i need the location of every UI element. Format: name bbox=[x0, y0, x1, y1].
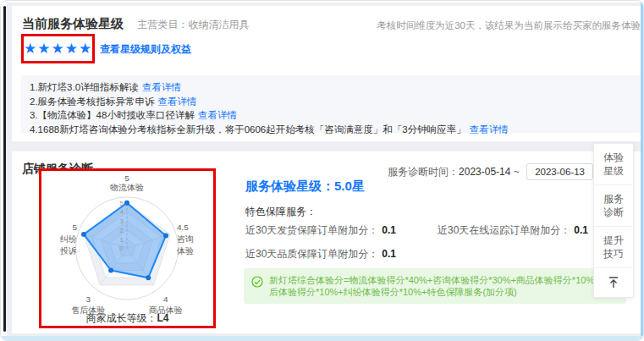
main-category-label: 主营类目：收纳清洁用具 bbox=[137, 18, 249, 32]
notice-text: 3.【物流体验】48小时揽收率口径详解 bbox=[30, 110, 195, 120]
notice-item: 1.新灯塔3.0详细指标解读查看详情 bbox=[30, 80, 634, 95]
metric-shipping-bonus: 近30天发货保障订单附加分：0.1 bbox=[245, 223, 438, 238]
notice-text: 4.1688新灯塔咨询体验分考核指标全新升级，将于0606起开始考核「咨询满意度… bbox=[30, 124, 466, 135]
notice-detail-link[interactable]: 查看详情 bbox=[198, 110, 237, 120]
notice-item: 4.1688新灯塔咨询体验分考核指标全新升级，将于0606起开始考核「咨询满意度… bbox=[30, 123, 634, 137]
svg-text:5: 5 bbox=[120, 200, 124, 207]
metric-quality-bonus: 近30天品质保障订单附加分：0.1 bbox=[245, 247, 438, 261]
notice-text: 2.服务体验考核指标异常申诉 bbox=[30, 96, 155, 107]
metric-tracking-bonus: 近30天在线运踪订单附加分：0.1 bbox=[438, 223, 588, 238]
notice-list: 1.新灯塔3.0详细指标解读查看详情 2.服务体验考核指标异常申诉查看详情 3.… bbox=[21, 75, 641, 133]
svg-text:5: 5 bbox=[124, 173, 129, 183]
bonus-metrics: 近30天发货保障订单附加分：0.1 近30天在线运踪订单附加分：0.1 近30天… bbox=[245, 223, 588, 261]
page-background: 当前服务体验星级 主营类目：收纳清洁用具 考核时间维度为近30天，该结果为当前展… bbox=[7, 3, 641, 336]
svg-text:咨询: 咨询 bbox=[177, 234, 194, 244]
sidenav-item-service-diagnosis[interactable]: 服务诊断 bbox=[594, 184, 633, 226]
experience-star-heading: 服务体验星级：5.0星 bbox=[245, 179, 365, 195]
growth-level-value: L4 bbox=[157, 312, 168, 324]
svg-text:4.5: 4.5 bbox=[177, 223, 189, 232]
svg-text:3: 3 bbox=[86, 294, 91, 304]
notice-detail-link[interactable]: 查看详情 bbox=[142, 82, 181, 92]
page-title: 当前服务体验星级 bbox=[22, 16, 124, 32]
diagnosis-date-row: 服务诊断时间：2023-05-14 ~ 2023-06-13 bbox=[388, 163, 593, 180]
svg-text:纠纷: 纠纷 bbox=[60, 234, 77, 244]
notice-detail-link[interactable]: 查看详情 bbox=[158, 96, 197, 107]
svg-text:体验: 体验 bbox=[176, 246, 194, 256]
app-window: 当前服务体验星级 主营类目：收纳清洁用具 考核时间维度为近30天，该结果为当前展… bbox=[0, 0, 644, 341]
date-end-input[interactable]: 2023-06-13 bbox=[526, 163, 593, 180]
left-edge-bar bbox=[3, 6, 6, 332]
svg-text:2: 2 bbox=[120, 227, 124, 234]
service-diagnosis-card: 店铺服务诊断 服务诊断时间：2023-05-14 ~ 2023-06-13 54… bbox=[12, 151, 641, 333]
formula-text: 新灯塔综合体验分=物流体验得分*40%+咨询体验得分*30%+商品体验得分*10… bbox=[269, 274, 618, 298]
star-icon: ★ bbox=[24, 41, 37, 57]
star-icon: ★ bbox=[65, 41, 79, 57]
svg-text:4: 4 bbox=[163, 294, 168, 304]
svg-text:投诉: 投诉 bbox=[60, 246, 77, 256]
notice-item: 3.【物流体验】48小时揽收率口径详解查看详情 bbox=[30, 108, 634, 123]
date-label: 服务诊断时间： bbox=[388, 166, 459, 178]
radar-chart-highlight-box: 5432105物流体验4.5咨询体验4商品体验3售后体验5纠纷投诉 商家成长等级… bbox=[39, 168, 216, 328]
floating-side-nav: 体验星级 服务诊断 提升技巧 bbox=[593, 143, 634, 298]
date-start-value: 2023-05-14 bbox=[459, 166, 510, 178]
score-formula-note: 新灯塔综合体验分=物流体验得分*40%+咨询体验得分*30%+商品体验得分*10… bbox=[244, 268, 626, 304]
back-to-top-icon bbox=[607, 276, 620, 289]
assessment-period-note: 考核时间维度为近30天，该结果为当前展示给买家的服务体验 bbox=[377, 19, 641, 32]
star-rating: ★★★★★ bbox=[24, 41, 92, 57]
merchant-growth-level: 商家成长等级：L4 bbox=[85, 311, 168, 326]
service-radar-chart: 5432105物流体验4.5咨询体验4商品体验3售后体验5纠纷投诉 bbox=[41, 171, 213, 316]
back-to-top-button[interactable] bbox=[594, 267, 633, 297]
star-rating-highlight-box: ★★★★★ bbox=[21, 34, 95, 63]
star-icon: ★ bbox=[79, 41, 92, 57]
notice-text: 1.新灯塔3.0详细指标解读 bbox=[30, 82, 139, 92]
service-star-card: 当前服务体验星级 主营类目：收纳清洁用具 考核时间维度为近30天，该结果为当前展… bbox=[12, 6, 641, 141]
sidenav-item-experience-star[interactable]: 体验星级 bbox=[594, 144, 633, 184]
svg-text:1: 1 bbox=[120, 236, 124, 244]
check-circle-icon bbox=[251, 276, 263, 288]
notice-item: 2.服务体验考核指标异常申诉查看详情 bbox=[30, 95, 634, 109]
star-icon: ★ bbox=[37, 41, 51, 57]
special-services-label: 特色保障服务： bbox=[245, 205, 316, 219]
svg-text:3: 3 bbox=[120, 217, 124, 225]
date-separator: ~ bbox=[514, 166, 520, 178]
sidenav-item-improve-tips[interactable]: 提升技巧 bbox=[594, 226, 633, 267]
svg-text:5: 5 bbox=[72, 223, 77, 232]
growth-level-label: 商家成长等级： bbox=[85, 312, 157, 324]
notice-detail-link[interactable]: 查看详情 bbox=[470, 124, 509, 135]
svg-text:0: 0 bbox=[120, 245, 124, 252]
bottom-edge-bar bbox=[1, 336, 643, 340]
card1-header: 当前服务体验星级 主营类目：收纳清洁用具 bbox=[22, 16, 249, 32]
right-edge-bar bbox=[641, 1, 643, 340]
star-icon: ★ bbox=[51, 41, 64, 57]
star-rules-link[interactable]: 查看星级规则及权益 bbox=[100, 42, 191, 57]
svg-text:4: 4 bbox=[120, 208, 124, 216]
svg-text:物流体验: 物流体验 bbox=[110, 183, 144, 192]
